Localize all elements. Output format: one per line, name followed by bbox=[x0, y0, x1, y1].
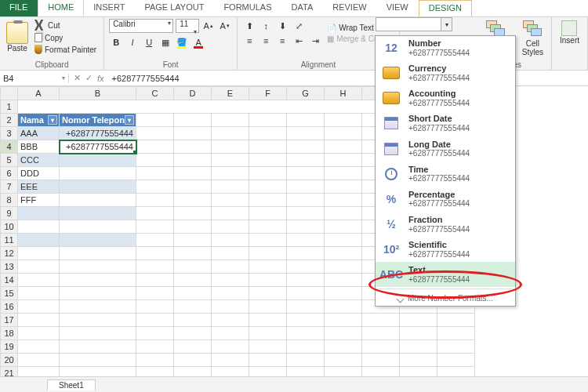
cell[interactable] bbox=[212, 114, 249, 127]
copy-button[interactable]: Copy bbox=[32, 32, 99, 43]
col-header-b[interactable]: B bbox=[60, 87, 136, 100]
cell[interactable] bbox=[212, 314, 249, 327]
cell[interactable] bbox=[18, 260, 60, 274]
cell[interactable] bbox=[325, 287, 362, 300]
fill-color-button[interactable]: 🪣 bbox=[175, 35, 189, 49]
tab-view[interactable]: VIEW bbox=[377, 0, 419, 16]
row-header[interactable]: 12 bbox=[1, 247, 18, 260]
cell[interactable] bbox=[136, 220, 174, 234]
row-header[interactable]: 8 bbox=[1, 194, 18, 207]
cell[interactable] bbox=[18, 340, 60, 354]
cell[interactable] bbox=[249, 207, 287, 220]
cell[interactable] bbox=[60, 340, 136, 354]
cell[interactable] bbox=[174, 114, 212, 127]
cell[interactable] bbox=[136, 327, 174, 340]
number-format-option[interactable]: ½Fraction+6287777555444 bbox=[376, 212, 515, 237]
number-format-option[interactable]: Accounting+6287777555444 bbox=[376, 85, 515, 111]
increase-font-button[interactable]: A▲ bbox=[201, 19, 216, 33]
cell[interactable] bbox=[60, 207, 136, 220]
cell[interactable] bbox=[60, 220, 136, 234]
row-header[interactable]: 1 bbox=[1, 100, 18, 114]
cell[interactable] bbox=[60, 260, 136, 274]
more-number-formats-button[interactable]: More Number Formats... bbox=[376, 291, 515, 306]
cell[interactable] bbox=[287, 220, 325, 234]
cell[interactable] bbox=[212, 234, 249, 247]
chevron-down-icon[interactable]: ▾ bbox=[441, 17, 452, 31]
row-header[interactable]: 3 bbox=[1, 127, 18, 140]
cell[interactable] bbox=[212, 247, 249, 260]
italic-button[interactable]: I bbox=[125, 35, 140, 49]
cell[interactable] bbox=[400, 327, 437, 340]
cell[interactable] bbox=[174, 234, 212, 247]
row-header[interactable]: 5 bbox=[1, 154, 18, 167]
cell[interactable] bbox=[174, 354, 212, 367]
cell[interactable] bbox=[212, 287, 249, 300]
cell[interactable] bbox=[60, 247, 136, 260]
insert-button[interactable]: Insert bbox=[557, 19, 583, 46]
number-format-option[interactable]: Currency+6287777555444 bbox=[376, 60, 515, 85]
enter-formula-button[interactable]: ✓ bbox=[85, 73, 93, 83]
row-header[interactable]: 16 bbox=[1, 300, 18, 314]
cut-button[interactable]: Cut bbox=[32, 19, 99, 31]
table-header-cell[interactable]: Nama▾ bbox=[18, 114, 60, 127]
tab-data[interactable]: DATA bbox=[282, 0, 324, 16]
cell[interactable] bbox=[136, 340, 174, 354]
cell[interactable] bbox=[287, 274, 325, 287]
cell[interactable] bbox=[212, 180, 249, 194]
cell[interactable] bbox=[18, 274, 60, 287]
cell[interactable] bbox=[249, 234, 287, 247]
number-format-option[interactable]: Time+6287777555444 bbox=[376, 162, 515, 187]
cell[interactable]: +6287777555444 bbox=[60, 127, 136, 140]
cell[interactable] bbox=[437, 354, 475, 367]
cell[interactable] bbox=[60, 314, 136, 327]
row-header[interactable]: 18 bbox=[1, 327, 18, 340]
cell[interactable] bbox=[437, 327, 475, 340]
col-header-g[interactable]: G bbox=[287, 87, 325, 100]
cell[interactable] bbox=[249, 114, 287, 127]
cell[interactable] bbox=[249, 354, 287, 367]
formula-input[interactable]: +6287777555444 bbox=[109, 74, 588, 83]
row-header[interactable]: 19 bbox=[1, 340, 18, 354]
cell[interactable] bbox=[249, 220, 287, 234]
cell[interactable] bbox=[249, 180, 287, 194]
cell[interactable] bbox=[437, 340, 475, 354]
font-name-select[interactable]: Calibri bbox=[109, 19, 173, 33]
number-format-option[interactable]: 12Number+6287777555444 bbox=[376, 35, 515, 60]
cell[interactable] bbox=[325, 354, 362, 367]
cell[interactable] bbox=[325, 300, 362, 314]
cell[interactable] bbox=[325, 314, 362, 327]
row-header[interactable]: 10 bbox=[1, 220, 18, 234]
cell[interactable] bbox=[136, 140, 174, 154]
cell[interactable] bbox=[212, 127, 249, 140]
cell[interactable] bbox=[60, 287, 136, 300]
cell[interactable] bbox=[437, 314, 475, 327]
cancel-formula-button[interactable]: ✕ bbox=[74, 73, 81, 83]
cell[interactable] bbox=[249, 194, 287, 207]
table-header-cell[interactable]: Nomor Telepon▾ bbox=[60, 114, 136, 127]
cell[interactable] bbox=[249, 274, 287, 287]
cell[interactable] bbox=[136, 300, 174, 314]
cell[interactable] bbox=[287, 247, 325, 260]
cell[interactable] bbox=[249, 140, 287, 154]
cell[interactable] bbox=[212, 194, 249, 207]
cell[interactable] bbox=[212, 340, 249, 354]
row-header[interactable]: 15 bbox=[1, 287, 18, 300]
cell[interactable] bbox=[362, 340, 400, 354]
align-bottom-button[interactable]: ⬇ bbox=[275, 19, 289, 33]
cell[interactable] bbox=[174, 287, 212, 300]
name-box[interactable]: B4▾ bbox=[0, 74, 69, 83]
bold-button[interactable]: B bbox=[109, 35, 123, 49]
cell-styles-button[interactable]: Cell Styles bbox=[519, 19, 546, 58]
cell[interactable] bbox=[60, 327, 136, 340]
cell[interactable] bbox=[212, 220, 249, 234]
border-button[interactable]: ▦ bbox=[158, 35, 172, 49]
cell[interactable] bbox=[325, 274, 362, 287]
cell[interactable]: EEE bbox=[18, 180, 60, 194]
row-header[interactable]: 13 bbox=[1, 260, 18, 274]
font-size-select[interactable]: 11 bbox=[176, 19, 199, 33]
align-center-button[interactable]: ≡ bbox=[259, 34, 273, 48]
cell[interactable] bbox=[287, 327, 325, 340]
cell[interactable] bbox=[60, 354, 136, 367]
cell[interactable] bbox=[60, 167, 136, 180]
cell[interactable] bbox=[136, 274, 174, 287]
